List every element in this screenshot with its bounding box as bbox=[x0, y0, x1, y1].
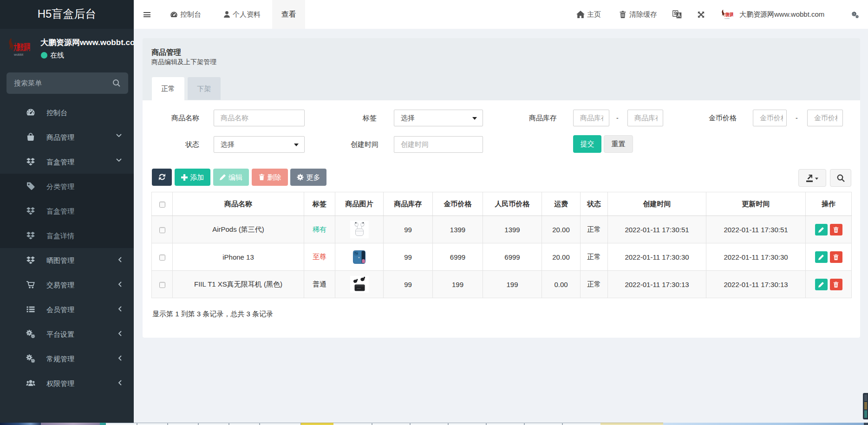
svg-text:wobbt: wobbt bbox=[724, 17, 730, 20]
svg-text:wobbt: wobbt bbox=[13, 52, 24, 57]
svg-text:大鹏资源网: 大鹏资源网 bbox=[724, 12, 733, 17]
svg-text:大鹏资源网: 大鹏资源网 bbox=[13, 42, 30, 52]
